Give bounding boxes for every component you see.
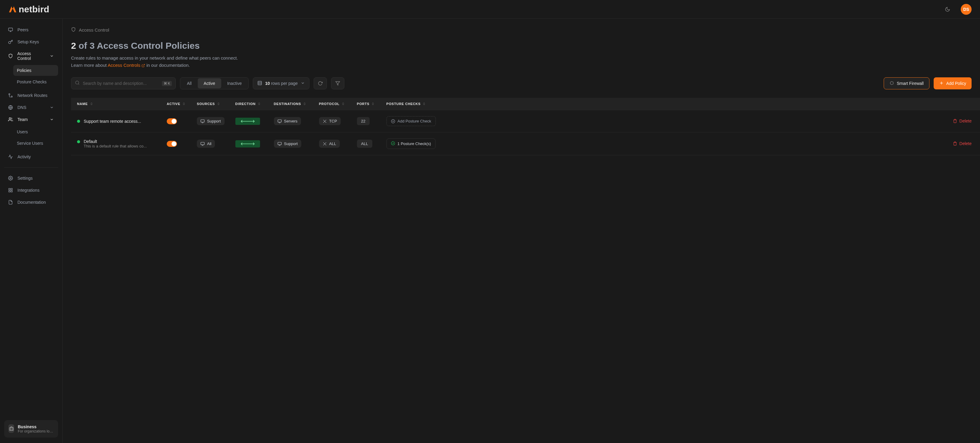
theme-toggle[interactable] [942, 3, 953, 15]
status-filter: All Active Inactive [180, 77, 248, 89]
gear-icon [8, 175, 13, 181]
users-icon [8, 117, 13, 122]
col-destinations[interactable]: DESTINATIONS [274, 102, 307, 106]
destination-chip[interactable]: Support [274, 140, 302, 148]
add-policy-button[interactable]: Add Policy [934, 77, 972, 89]
sidebar-item-team[interactable]: Team [4, 114, 58, 125]
key-icon [8, 39, 13, 44]
file-icon [8, 200, 13, 205]
svg-rect-0 [8, 28, 12, 31]
svg-rect-26 [278, 119, 282, 122]
breadcrumb-text: Access Control [79, 27, 109, 32]
sidebar-item-policies[interactable]: Policies [13, 65, 58, 76]
sidebar-item-label: Documentation [18, 200, 46, 205]
divider [4, 167, 58, 168]
search-box[interactable]: ⌘ K [71, 77, 176, 89]
svg-point-37 [324, 143, 325, 144]
globe-icon [8, 105, 13, 110]
active-toggle[interactable] [167, 118, 177, 124]
col-name[interactable]: NAME [77, 102, 93, 106]
page-description: Create rules to manage access in your ne… [71, 54, 312, 69]
activity-icon [8, 154, 13, 159]
col-protocol[interactable]: PROTOCOL [319, 102, 345, 106]
search-kbd: ⌘ K [162, 81, 172, 86]
col-active[interactable]: ACTIVE [167, 102, 186, 106]
sidebar-item-setup-keys[interactable]: Setup Keys [4, 36, 58, 48]
protocol-chip: TCP [319, 117, 341, 125]
svg-point-4 [11, 96, 12, 97]
sidebar-item-integrations[interactable]: Integrations [4, 184, 58, 196]
sidebar-item-label: DNS [18, 105, 27, 110]
sidebar-item-network-routes[interactable]: Network Routes [4, 90, 58, 101]
plus-icon [939, 81, 944, 86]
sidebar-item-dns[interactable]: DNS [4, 102, 58, 113]
svg-point-15 [76, 81, 79, 84]
svg-rect-13 [10, 428, 13, 430]
table-row: Default This is a default rule that allo… [71, 132, 980, 155]
svg-rect-32 [201, 142, 204, 144]
status-dot [77, 140, 80, 143]
direction-chip [235, 117, 260, 125]
svg-point-7 [9, 117, 11, 119]
destination-chip[interactable]: Servers [274, 117, 301, 125]
svg-line-16 [78, 84, 79, 84]
status-dot [77, 120, 80, 123]
plan-title: Business [18, 424, 54, 429]
refresh-button[interactable] [313, 77, 327, 89]
chevron-down-icon [49, 53, 54, 59]
plan-card[interactable]: Business For organizations looki... [4, 420, 58, 438]
chevron-down-icon [49, 105, 54, 110]
ports-badge: ALL [357, 140, 372, 148]
sidebar-item-posture-checks[interactable]: Posture Checks [13, 76, 58, 87]
smart-firewall-button[interactable]: Smart Firewall [884, 77, 929, 89]
filter-inactive[interactable]: Inactive [221, 78, 248, 89]
active-toggle[interactable] [167, 141, 177, 147]
col-ports[interactable]: PORTS [357, 102, 375, 106]
sidebar-item-label: Network Routes [18, 93, 48, 98]
sidebar-item-label: Access Control [18, 51, 45, 61]
sidebar-item-service-users[interactable]: Service Users [13, 138, 58, 149]
col-posture[interactable]: POSTURE CHECKS [387, 102, 426, 106]
grid-icon [8, 187, 13, 193]
sidebar-item-activity[interactable]: Activity [4, 151, 58, 162]
sidebar-item-label: Setup Keys [18, 40, 39, 44]
chevron-down-icon [301, 81, 305, 86]
search-input[interactable] [83, 81, 159, 86]
svg-rect-11 [11, 191, 12, 192]
shield-icon [71, 27, 76, 33]
delete-button[interactable]: Delete [953, 119, 972, 123]
logo[interactable]: netbird [8, 4, 49, 14]
source-chip[interactable]: Support [197, 117, 224, 125]
sidebar-item-label: Integrations [18, 188, 40, 193]
col-sources[interactable]: SOURCES [197, 102, 220, 106]
briefcase-icon [8, 424, 14, 433]
svg-marker-20 [336, 81, 339, 85]
plan-subtitle: For organizations looki... [18, 429, 54, 433]
chevron-down-icon [49, 117, 54, 122]
table-row: Support team remote access... Support Se… [71, 110, 980, 132]
svg-point-8 [10, 178, 11, 179]
filter-all[interactable]: All [181, 78, 198, 89]
docs-link[interactable]: Access Controls [108, 63, 145, 68]
policy-name[interactable]: Support team remote access... [84, 119, 141, 124]
sidebar-item-settings[interactable]: Settings [4, 172, 58, 184]
sidebar-item-documentation[interactable]: Documentation [4, 197, 58, 208]
posture-check-count[interactable]: 1 Posture Check(s) [387, 138, 436, 149]
sidebar-item-label: Peers [18, 27, 29, 32]
avatar[interactable]: DS [961, 4, 972, 15]
filter-active[interactable]: Active [198, 78, 221, 89]
filter-button[interactable] [331, 77, 344, 89]
svg-rect-10 [11, 188, 12, 190]
sidebar-item-access-control[interactable]: Access Control [4, 48, 58, 64]
sidebar-item-peers[interactable]: Peers [4, 24, 58, 35]
policy-name[interactable]: Default [84, 139, 147, 144]
add-posture-check[interactable]: Add Posture Check [387, 116, 436, 126]
col-direction[interactable]: DIRECTION [235, 102, 261, 106]
svg-rect-9 [9, 188, 10, 190]
source-chip[interactable]: All [197, 140, 215, 148]
svg-point-3 [9, 94, 10, 95]
shield-icon [8, 53, 13, 59]
rows-per-page[interactable]: 10 rows per page [253, 77, 309, 89]
delete-button[interactable]: Delete [953, 141, 972, 146]
sidebar-item-users[interactable]: Users [13, 126, 58, 137]
